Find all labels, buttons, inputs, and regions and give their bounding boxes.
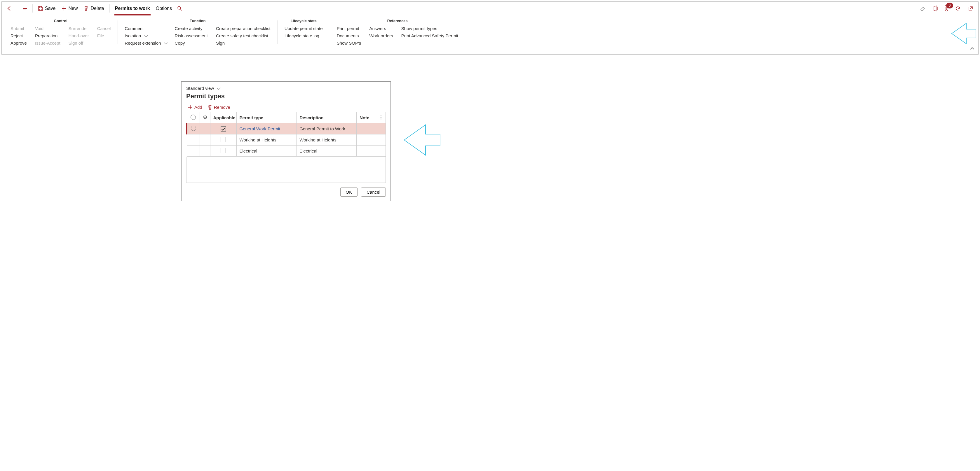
action-approve[interactable]: Approve (11, 40, 27, 46)
action-lifecycle-state-log[interactable]: Lifecycle state log (285, 33, 323, 39)
action-print-permit[interactable]: Print permit (337, 25, 361, 32)
action-work-orders[interactable]: Work orders (369, 33, 393, 39)
action-copy[interactable]: Copy (175, 40, 208, 46)
group-control: Control SubmitRejectApproveVoidPreparati… (8, 19, 118, 46)
action-comment[interactable]: Comment (125, 25, 166, 32)
new-label: New (68, 6, 78, 11)
refresh-button[interactable] (953, 3, 963, 14)
chevron-down-icon (163, 41, 167, 46)
group-function: Function CommentIsolationRequest extensi… (118, 19, 277, 46)
action-cancel: Cancel (97, 25, 111, 32)
list-icon (22, 6, 28, 11)
toolbar-right: 0 (918, 3, 975, 14)
group-lifecycle: Lifecycle state Update permit stateLifec… (278, 19, 330, 46)
action-sign-off: Sign off (68, 40, 89, 46)
action-preparation[interactable]: Preparation (35, 33, 60, 39)
chevron-down-icon (143, 33, 146, 38)
action-sign[interactable]: Sign (216, 40, 270, 46)
collapse-button[interactable] (969, 46, 975, 52)
popout-button[interactable] (966, 3, 975, 14)
popout-icon (968, 6, 974, 11)
action-print-advanced-safety-permit[interactable]: Print Advanced Safety Permit (401, 33, 458, 39)
tab-options[interactable]: Options (154, 3, 174, 14)
group-title: Function (125, 19, 270, 23)
action-request-extension[interactable]: Request extension (125, 40, 166, 46)
action-surrender: Surrender (68, 25, 89, 32)
tab-label: Permits to work (115, 6, 150, 11)
attachments-button[interactable]: 0 (944, 5, 950, 12)
delete-button[interactable]: Delete (81, 3, 106, 14)
action-void: Void (35, 25, 60, 32)
office-button[interactable] (931, 3, 940, 14)
action-issue-accept: Issue-Accept (35, 40, 60, 46)
action-reject[interactable]: Reject (11, 33, 27, 39)
action-pane: Save New Delete Permits to work Options (1, 1, 979, 55)
eraser-icon (920, 6, 926, 11)
action-show-sop-s[interactable]: Show SOP's (337, 40, 361, 46)
action-documents[interactable]: Documents (337, 33, 361, 39)
search-icon (177, 6, 182, 11)
eraser-button[interactable] (918, 3, 928, 14)
action-create-preparation-checklist[interactable]: Create preparation checklist (216, 25, 270, 32)
group-title: Control (11, 19, 111, 23)
save-icon (38, 6, 43, 11)
group-title: Lifecycle state (285, 19, 323, 23)
trash-icon (83, 6, 89, 11)
delete-label: Delete (91, 6, 104, 11)
back-button[interactable] (5, 3, 14, 14)
action-create-activity[interactable]: Create activity (175, 25, 208, 32)
action-create-safety-test-checklist[interactable]: Create safety test checklist (216, 33, 270, 39)
svg-point-0 (178, 6, 181, 10)
action-groups: Control SubmitRejectApproveVoidPreparati… (2, 15, 978, 54)
separator (17, 5, 17, 13)
tab-label: Options (156, 6, 172, 11)
action-file: File (97, 33, 111, 39)
back-icon (6, 6, 12, 11)
save-label: Save (45, 6, 56, 11)
action-risk-assessment[interactable]: Risk assessment (175, 33, 208, 39)
search-button[interactable] (175, 3, 184, 14)
toolbar: Save New Delete Permits to work Options (2, 2, 978, 15)
action-show-permit-types[interactable]: Show permit types (401, 25, 458, 32)
office-icon (933, 6, 939, 11)
separator (32, 5, 33, 13)
attachments-badge: 0 (946, 3, 953, 8)
action-submit: Submit (11, 25, 27, 32)
tab-permits-to-work[interactable]: Permits to work (113, 3, 152, 14)
action-isolation[interactable]: Isolation (125, 33, 166, 39)
new-button[interactable]: New (59, 3, 80, 14)
list-button[interactable] (20, 3, 29, 14)
callout-arrow-icon (950, 21, 977, 47)
action-update-permit-state[interactable]: Update permit state (285, 25, 323, 32)
group-references: References Print permitDocumentsShow SOP… (330, 19, 465, 46)
action-hand-over: Hand-over (68, 33, 89, 39)
plus-icon (61, 6, 67, 11)
action-answers[interactable]: Answers (369, 25, 393, 32)
refresh-icon (955, 6, 961, 11)
group-title: References (337, 19, 458, 23)
save-button[interactable]: Save (36, 3, 58, 14)
